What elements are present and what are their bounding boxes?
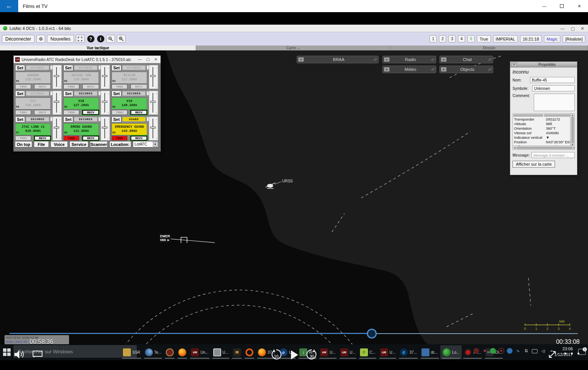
radio-set-button[interactable]: Set [63,65,73,71]
toolbar-button-magic[interactable]: Magic [544,35,560,42]
show-on-map-button[interactable]: Afficher sur la carte [513,161,555,168]
slider-handle[interactable] [54,127,59,129]
back-button[interactable]: ← [0,0,18,12]
radio-frequency-display[interactable]: V17128.200A04 [15,97,51,110]
radio-volume-slider[interactable]: -- [101,91,110,115]
radio-volume-slider[interactable]: -- [101,116,110,141]
slider-handle[interactable] [54,101,59,103]
radio-receive-button[interactable]: RECV [34,110,51,115]
contact-urss-icon[interactable] [266,182,281,188]
radio-footer-file-button[interactable]: File [34,141,49,147]
toolbar-button-imperial[interactable]: IMPERIAL [493,35,518,42]
radio-transmit-button[interactable]: TRNS [15,110,31,115]
radio-volume-slider[interactable]: -- [101,65,110,89]
scroll-right-icon[interactable]: ► [573,147,575,149]
symbole-field[interactable]: Unknown [532,85,575,91]
radio-volume-slider[interactable]: -- [149,116,158,141]
overlay-bar-braa[interactable]: ▾BRAA/// [297,56,379,63]
toolbar-button-5[interactable]: 5 [467,35,475,42]
settings-button[interactable]: ⚙ [36,35,45,43]
taskbar-item-u[interactable]: URU... [378,345,398,359]
chevron-down-icon[interactable]: ▾ [298,57,304,62]
radio-frequency-display[interactable]: EMERG GUARD121.500A08 [63,123,99,135]
lotatc-maximize-button[interactable]: ▢ [571,25,574,32]
timeline-scrubber[interactable] [367,329,377,339]
slider-handle[interactable] [102,75,107,77]
radio-receive-button[interactable]: RECV [130,110,147,115]
radio-transmit-button[interactable]: TRNS [63,136,79,141]
volume-button[interactable] [14,350,24,359]
comment-field[interactable] [534,94,575,111]
radio-transmit-button[interactable]: TRNS [112,110,127,115]
overlay-bar-mto[interactable]: ▾Météo/// [382,66,436,73]
taskbar-item-te[interactable]: Te... [143,345,164,359]
zoom-in-button[interactable] [117,35,126,43]
disconnect-button[interactable]: Déconnecter [2,35,35,43]
radio-receive-button[interactable]: RECV [82,84,99,89]
radio-frequency-display[interactable]: SOTCHI TWR125.300A02 [63,72,99,84]
radio-transmit-button[interactable]: TRNS [112,136,127,141]
tray-swoosh-icon[interactable]: ∿ [515,348,521,354]
minimize-button[interactable]: — [536,0,553,12]
zoom-out-button[interactable] [106,35,115,43]
vertical-scrollbar[interactable]: ▲▼ [570,114,574,146]
taskbar-item-zigzag[interactable]: ≋ [231,345,243,359]
radio-set-button[interactable]: Set [63,116,73,122]
taskbar-item-u[interactable]: URU... [338,345,358,359]
radio-set-button[interactable]: Set [112,65,121,71]
toolbar-button-true[interactable]: True [477,35,491,42]
radio-transmit-button[interactable]: TRNS [15,84,31,89]
radio-receive-button[interactable]: RECV [130,136,147,141]
radio-receive-button[interactable]: RECV [82,136,99,141]
radio-receive-button[interactable]: RECV [130,84,147,89]
universradio-maximize-button[interactable]: ▢ [146,57,149,61]
radio-footer-ontop-button[interactable]: On top [15,141,32,147]
slider-handle[interactable] [150,75,156,77]
radio-set-button[interactable]: Set [15,65,25,71]
radio-volume-slider[interactable]: -- [52,65,62,89]
radio-set-button[interactable]: Set [15,91,25,97]
radio-receive-button[interactable]: RECV [34,84,51,89]
radio-set-button[interactable]: Set [112,116,121,122]
scroll-left-icon[interactable]: ◄ [514,147,516,149]
toolbar-button-162118[interactable]: 16:21:18 [520,35,542,42]
tray-rreg-icon[interactable]: R [498,348,504,354]
skip-forward-button[interactable]: 30 [306,349,318,360]
taskbar-item-lo[interactable]: Lo... [440,345,462,359]
universradio-close-button[interactable]: ✕ [154,57,157,61]
radio-volume-slider[interactable]: -- [149,65,158,89]
taskbar-item-un[interactable]: URUn... [189,345,211,359]
info-button[interactable]: i [97,35,104,42]
radio-transmit-button[interactable]: TRNS [63,110,79,115]
timeline-remaining[interactable] [372,333,578,334]
taskbar-item-u[interactable]: URU... [318,345,338,359]
fullscreen-button[interactable] [76,35,85,43]
chevron-down-icon[interactable]: ▾ [441,67,447,72]
radio-receive-button[interactable]: RECV [82,110,99,115]
help-button[interactable]: ? [87,35,94,42]
radio-receive-button[interactable]: RECV [34,136,51,141]
radio-footer-voice-button[interactable]: Voice [50,141,68,147]
tray-vol-icon[interactable]: ◁) [540,348,546,354]
tab-vuetactique[interactable]: Vue tactique [0,45,196,50]
horizontal-scrollbar[interactable]: ◄► [513,146,575,149]
radio-volume-slider[interactable]: -- [52,116,62,141]
radio-transmit-button[interactable]: TRNS [15,136,31,141]
tray-gkey-icon[interactable]: G [524,348,529,354]
taskbar-item-dc[interactable]: dc... [419,345,440,359]
universradio-minimize-button[interactable]: — [138,57,141,61]
maximize-button[interactable] [553,0,571,12]
taskbar-item-u[interactable]: U... [211,345,231,359]
chevron-down-icon[interactable]: ▼ [153,142,158,147]
tactical-map[interactable]: 01234NM ▾BRAA///▾Radio///▾Chat///▾Météo/… [0,50,588,344]
toolbar-button-raliste[interactable]: [Réaliste] [563,35,585,42]
nom-field[interactable]: Buffle-45 [530,77,575,83]
radio-footer-scanner-button[interactable]: Scanner [90,141,108,147]
chevron-down-icon[interactable]: ▾ [384,57,390,62]
chevron-down-icon[interactable]: ▾ [384,67,390,72]
taskbar-item-37[interactable]: e37... [398,345,419,359]
radio-volume-slider[interactable]: -- [149,91,158,115]
subtitles-button[interactable] [33,351,42,358]
slider-handle[interactable] [150,127,156,129]
skip-back-button[interactable]: 10 [270,349,282,360]
